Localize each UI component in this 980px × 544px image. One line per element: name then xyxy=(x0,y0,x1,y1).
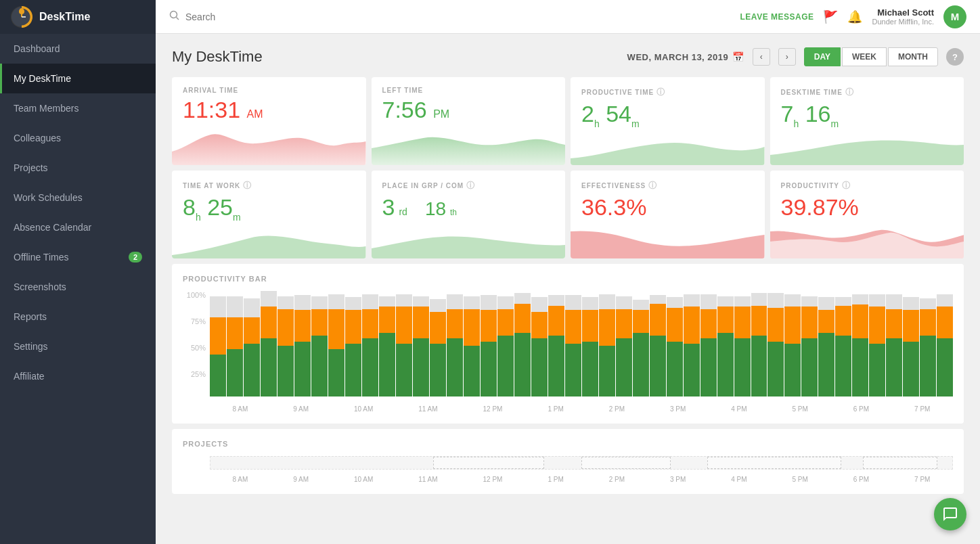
sidebar-item-dashboard[interactable]: Dashboard xyxy=(0,34,156,64)
stat-place-in-grp-label: PLACE IN GRP / COM ⓘ xyxy=(382,180,555,191)
stat-productivity-chart xyxy=(770,218,964,258)
prev-date-button[interactable]: ‹ xyxy=(753,48,770,66)
bell-icon[interactable]: 🔔 xyxy=(847,9,862,24)
sidebar-item-my-desktime[interactable]: My DeskTime xyxy=(0,64,156,93)
leave-message-button[interactable]: LEAVE MESSAGE xyxy=(740,12,814,22)
stat-productivity: PRODUCTIVITY ⓘ 39.87% xyxy=(770,171,964,258)
bar-group xyxy=(379,291,395,396)
bar-group xyxy=(210,291,226,396)
view-buttons: DAY WEEK MONTH xyxy=(804,47,938,66)
sidebar-item-settings[interactable]: Settings xyxy=(0,332,156,361)
user-name: Michael Scott xyxy=(872,7,934,18)
stat-time-at-work: TIME AT WORK ⓘ 8h 25m xyxy=(172,171,366,258)
offline-times-badge: 2 xyxy=(129,252,142,263)
calendar-icon[interactable]: 📅 xyxy=(732,51,744,62)
projects-bar-area xyxy=(210,456,953,470)
stat-place-in-grp-value: 3 rd 18 th xyxy=(382,194,555,221)
stat-productivity-value: 39.87% xyxy=(781,194,954,221)
bar-group xyxy=(447,291,463,396)
sidebar-item-affiliate[interactable]: Affiliate xyxy=(0,361,156,391)
bar-group xyxy=(937,291,953,396)
stat-arrival-chart xyxy=(172,124,366,165)
svg-point-4 xyxy=(171,11,177,18)
projects-time-labels: 8 AM9 AM10 AM11 AM 12 PM1 PM2 PM3 PM 4 P… xyxy=(210,476,953,483)
view-month-button[interactable]: MONTH xyxy=(888,47,938,66)
prod-time-labels: 8 AM9 AM10 AM11 AM 12 PM1 PM2 PM3 PM 4 P… xyxy=(210,405,953,413)
sidebar-item-screenshots[interactable]: Screenshots xyxy=(0,272,156,302)
bar-group xyxy=(277,291,294,396)
bar-group xyxy=(700,291,717,396)
page-content: My DeskTime WED, MARCH 13, 2019 📅 ‹ › DA… xyxy=(156,34,980,544)
desktime-info-icon: ⓘ xyxy=(845,87,854,98)
user-info: Michael Scott Dunder Mifflin, Inc. xyxy=(872,7,934,26)
topbar: LEAVE MESSAGE 🚩 🔔 Michael Scott Dunder M… xyxy=(156,0,980,34)
stats-row-1: ARRIVAL TIME 11:31 AM xyxy=(172,77,964,165)
stat-productivity-label: PRODUCTIVITY ⓘ xyxy=(781,180,954,191)
bar-group xyxy=(464,291,480,396)
bar-group xyxy=(633,291,649,396)
main-content: LEAVE MESSAGE 🚩 🔔 Michael Scott Dunder M… xyxy=(156,0,980,544)
stat-left-value: 7:56 PM xyxy=(382,97,555,123)
stat-arrival-time: ARRIVAL TIME 11:31 AM xyxy=(172,77,366,165)
view-day-button[interactable]: DAY xyxy=(804,47,841,66)
bar-group xyxy=(261,291,277,396)
stat-left-chart xyxy=(372,124,566,165)
chat-fab[interactable] xyxy=(934,498,966,530)
bar-group xyxy=(311,291,328,396)
stat-productive-chart xyxy=(571,124,765,165)
stat-effectiveness-label: EFFECTIVENESS ⓘ xyxy=(581,180,754,191)
search-icon xyxy=(169,10,180,24)
bar-group xyxy=(294,291,311,396)
avatar[interactable]: M xyxy=(943,5,966,28)
productivity-info-icon: ⓘ xyxy=(842,180,851,191)
bar-group xyxy=(616,291,632,396)
stat-productive-time: PRODUCTIVE TIME ⓘ 2h 54m xyxy=(571,77,765,165)
stat-arrival-value: 11:31 AM xyxy=(183,97,355,123)
bar-group xyxy=(767,291,784,396)
sidebar-item-colleagues[interactable]: Colleagues xyxy=(0,123,156,153)
svg-point-1 xyxy=(20,8,24,12)
prod-y-axis: 100% 75% 50% 25% xyxy=(183,291,210,396)
stat-left-label: LEFT TIME xyxy=(382,87,555,94)
sidebar-item-reports[interactable]: Reports xyxy=(0,302,156,332)
date-display: WED, MARCH 13, 2019 📅 xyxy=(627,51,744,62)
bar-group xyxy=(903,291,919,396)
sidebar-item-work-schedules[interactable]: Work Schedules xyxy=(0,183,156,212)
bar-group xyxy=(481,291,497,396)
bar-group xyxy=(684,291,700,396)
bar-group xyxy=(717,291,734,396)
stats-row-2: TIME AT WORK ⓘ 8h 25m PLACE IN GRP / COM… xyxy=(172,171,964,258)
logo-area: DeskTime xyxy=(0,0,156,34)
sidebar-item-projects[interactable]: Projects xyxy=(0,153,156,183)
search-input[interactable] xyxy=(185,12,321,22)
bar-group xyxy=(818,291,834,396)
bar-group xyxy=(751,291,767,396)
user-company: Dunder Mifflin, Inc. xyxy=(872,18,934,26)
help-button[interactable]: ? xyxy=(946,48,964,66)
bar-group xyxy=(886,291,902,396)
stat-desktime-chart xyxy=(770,124,964,165)
sidebar-item-offline-times[interactable]: Offline Times 2 xyxy=(0,242,156,272)
page-title: My DeskTime xyxy=(172,48,263,66)
view-week-button[interactable]: WEEK xyxy=(842,47,887,66)
bar-group xyxy=(345,291,361,396)
current-date: WED, MARCH 13, 2019 xyxy=(627,52,729,62)
next-date-button[interactable]: › xyxy=(778,48,796,66)
bar-group xyxy=(531,291,548,396)
stat-productive-label: PRODUCTIVE TIME ⓘ xyxy=(581,87,754,98)
bar-group xyxy=(244,291,260,396)
stat-desktime-label: DESKTIME TIME ⓘ xyxy=(781,87,954,98)
sidebar-item-team-members[interactable]: Team Members xyxy=(0,93,156,123)
stat-effectiveness-chart xyxy=(571,218,765,258)
stat-place-in-grp-chart xyxy=(372,218,566,258)
productive-info-icon: ⓘ xyxy=(656,87,665,98)
bar-group xyxy=(650,291,666,396)
sidebar-item-absence-calendar[interactable]: Absence Calendar xyxy=(0,212,156,242)
projects-section: PROJECTS 8 AM9 AM10 AM11 AM 12 PM1 PM2 P… xyxy=(172,429,964,494)
bar-group xyxy=(328,291,344,396)
topbar-right: LEAVE MESSAGE 🚩 🔔 Michael Scott Dunder M… xyxy=(740,5,966,28)
page-header: My DeskTime WED, MARCH 13, 2019 📅 ‹ › DA… xyxy=(172,47,964,66)
bar-group xyxy=(734,291,751,396)
flag-icon[interactable]: 🚩 xyxy=(823,9,838,24)
bar-group xyxy=(852,291,868,396)
